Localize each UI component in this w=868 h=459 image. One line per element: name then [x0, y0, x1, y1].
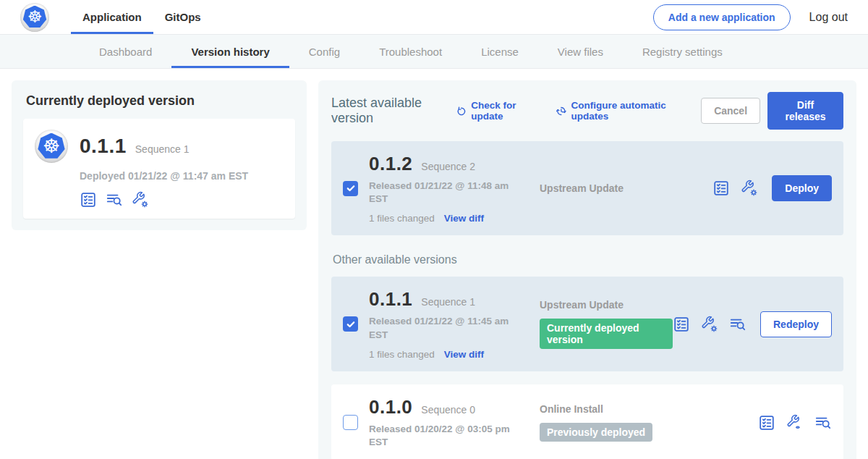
files-changed-row: 1 files changed View diff	[369, 349, 528, 360]
version-line: 0.1.1 Sequence 1	[369, 288, 528, 311]
version-source-column: Upstream Update	[528, 182, 712, 194]
sequence-label: Sequence 2	[421, 161, 475, 172]
release-notes-checklist-icon[interactable]	[80, 191, 97, 209]
latest-available-title: Latest available version	[331, 96, 444, 126]
currently-deployed-panel: Currently deployed version ☸ 0.1.1 Seque…	[12, 80, 307, 230]
deployed-timestamp: Deployed 01/21/22 @ 11:47 am EST	[80, 170, 284, 182]
deployed-sequence-label: Sequence 1	[135, 143, 190, 155]
main-content: Currently deployed version ☸ 0.1.1 Seque…	[0, 69, 868, 459]
version-info-column: 0.1.0 Sequence 0 Released 01/20/22 @ 03:…	[369, 396, 528, 449]
version-checkbox[interactable]	[343, 316, 358, 332]
subnav-item-troubleshoot[interactable]: Troubleshoot	[359, 35, 461, 68]
top-nav-tabs: Application GitOps	[71, 0, 213, 34]
config-wrench-gear-icon[interactable]	[701, 316, 718, 333]
version-number: 0.1.1	[369, 288, 412, 311]
config-wrench-eye-icon[interactable]	[786, 414, 804, 431]
config-wrench-gear-icon[interactable]	[132, 191, 149, 209]
version-number: 0.1.2	[369, 153, 412, 175]
version-source-label: Online Install	[540, 403, 758, 415]
refresh-icon	[456, 104, 467, 118]
other-available-versions-label: Other available versions	[333, 253, 842, 266]
currently-deployed-badge: Currently deployed version	[540, 319, 673, 349]
files-changed-row: 1 files changed View diff	[369, 213, 528, 224]
sequence-label: Sequence 0	[421, 404, 475, 416]
deployed-version-card: ☸ 0.1.1 Sequence 1 Deployed 01/21/22 @ 1…	[23, 119, 295, 219]
cancel-button[interactable]: Cancel	[701, 98, 760, 124]
logout-link[interactable]: Log out	[809, 11, 848, 24]
checkmark-icon	[346, 319, 356, 329]
version-line: 0.1.0 Sequence 0	[369, 396, 528, 418]
release-notes-checklist-icon[interactable]	[758, 414, 775, 431]
subnav-item-version-history[interactable]: Version history	[171, 35, 289, 68]
app-logo: ☸	[20, 0, 49, 34]
tab-application[interactable]: Application	[71, 0, 153, 34]
subnav-item-view-files[interactable]: View files	[538, 35, 623, 68]
files-changed-label: 1 files changed	[369, 349, 435, 360]
version-line: 0.1.2 Sequence 2	[369, 153, 528, 175]
deployed-version-line: 0.1.1 Sequence 1	[80, 135, 190, 158]
admin-console-screen: ☸ Application GitOps Add a new applicati…	[0, 0, 868, 459]
deploy-logs-icon[interactable]	[729, 316, 746, 333]
currently-deployed-title: Currently deployed version	[26, 93, 292, 109]
version-checkbox[interactable]	[343, 181, 358, 196]
released-timestamp: Released 01/21/22 @ 11:48 am EST	[369, 180, 522, 206]
deployed-action-icons	[80, 191, 284, 209]
released-timestamp: Released 01/21/22 @ 11:45 am EST	[369, 315, 522, 341]
version-source-label: Upstream Update	[540, 182, 712, 194]
kubernetes-logo-icon: ☸	[35, 130, 68, 163]
check-for-update-link[interactable]: Check for update	[456, 100, 537, 122]
version-actions: Deploy	[712, 175, 832, 201]
view-diff-link[interactable]: View diff	[444, 349, 484, 360]
available-versions-panel: Latest available version Check for updat…	[318, 80, 856, 459]
kubernetes-logo-icon: ☸	[20, 3, 49, 32]
app-sub-nav: Dashboard Version history Config Trouble…	[0, 35, 868, 69]
subnav-item-dashboard[interactable]: Dashboard	[80, 35, 171, 68]
configure-automatic-updates-link[interactable]: Configure automatic updates	[556, 100, 682, 122]
version-source-column: Online Install Previously deployed	[528, 403, 758, 442]
redeploy-button[interactable]: Redeploy	[760, 311, 832, 337]
version-actions: Redeploy	[673, 311, 832, 337]
checkmark-icon	[346, 183, 356, 193]
configure-automatic-updates-label: Configure automatic updates	[571, 100, 682, 122]
version-source-label: Upstream Update	[540, 299, 673, 311]
deployed-version-row: ☸ 0.1.1 Sequence 1	[35, 130, 284, 163]
clock-refresh-icon	[556, 104, 567, 118]
nav-spacer	[213, 0, 653, 34]
deploy-logs-icon[interactable]	[106, 191, 123, 209]
version-source-column: Upstream Update Currently deployed versi…	[528, 299, 673, 349]
subnav-item-registry-settings[interactable]: Registry settings	[623, 35, 742, 68]
diff-releases-button[interactable]: Diff releases	[767, 92, 843, 130]
top-nav: ☸ Application GitOps Add a new applicati…	[0, 0, 868, 35]
kubernetes-helm-icon: ☸	[23, 6, 47, 29]
version-card-0-1-1: 0.1.1 Sequence 1 Released 01/21/22 @ 11:…	[331, 277, 843, 371]
add-new-application-button[interactable]: Add a new application	[653, 4, 791, 30]
release-notes-checklist-icon[interactable]	[712, 180, 730, 197]
previously-deployed-badge: Previously deployed	[540, 423, 652, 442]
release-notes-checklist-icon[interactable]	[673, 316, 690, 333]
sequence-label: Sequence 1	[421, 296, 475, 308]
check-for-update-label: Check for update	[471, 100, 536, 122]
deployed-version-number: 0.1.1	[80, 135, 127, 158]
top-nav-right: Add a new application Log out	[653, 0, 848, 34]
version-info-column: 0.1.1 Sequence 1 Released 01/21/22 @ 11:…	[369, 288, 528, 359]
tab-gitops[interactable]: GitOps	[153, 0, 213, 34]
deploy-button[interactable]: Deploy	[772, 175, 832, 201]
deploy-logs-icon[interactable]	[814, 414, 832, 431]
view-diff-link[interactable]: View diff	[444, 213, 484, 224]
subnav-item-config[interactable]: Config	[289, 35, 359, 68]
config-wrench-gear-icon[interactable]	[741, 180, 758, 197]
available-versions-header: Latest available version Check for updat…	[331, 92, 843, 130]
version-card-0-1-0: 0.1.0 Sequence 0 Released 01/20/22 @ 03:…	[331, 384, 843, 459]
version-info-column: 0.1.2 Sequence 2 Released 01/21/22 @ 11:…	[369, 153, 528, 224]
version-actions	[758, 414, 832, 431]
version-checkbox[interactable]	[343, 415, 358, 430]
version-card-0-1-2: 0.1.2 Sequence 2 Released 01/21/22 @ 11:…	[331, 141, 843, 235]
kubernetes-helm-icon: ☸	[38, 133, 65, 160]
released-timestamp: Released 01/20/22 @ 03:05 pm EST	[369, 423, 522, 449]
version-number: 0.1.0	[369, 396, 412, 418]
subnav-item-license[interactable]: License	[461, 35, 538, 68]
files-changed-label: 1 files changed	[369, 213, 435, 224]
